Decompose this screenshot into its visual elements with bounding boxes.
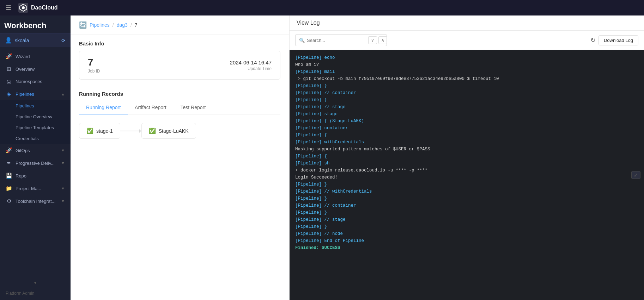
report-tabs: Running Report Artifact Report Test Repo…: [79, 101, 280, 114]
job-id-value: 7: [88, 57, 100, 68]
sidebar-nav: 🚀 Wizard ⊞ Overview 🗂 Namespaces ◈ Pipel…: [0, 47, 71, 279]
log-line: Login Succeeded!: [295, 174, 638, 181]
log-line: [Pipeline] {: [295, 132, 638, 139]
log-line: [Pipeline] withCredentials: [295, 139, 638, 146]
log-line: + docker login release.daocloud.io -u **…: [295, 167, 638, 174]
pipeline-stage-luakk[interactable]: ✅ Stage-LuAKK: [141, 123, 196, 139]
topbar: ☰ DaoCloud: [0, 0, 644, 15]
sidebar-item-label-overview: Overview: [16, 67, 35, 72]
log-line: [Pipeline] echo: [295, 54, 638, 61]
svg-point-1: [22, 6, 25, 9]
log-line: [Pipeline] mail: [295, 68, 638, 75]
breadcrumb-middle[interactable]: dag3: [117, 22, 128, 28]
log-content-wrapper: [Pipeline] echowho am i?[Pipeline] mail …: [290, 50, 644, 300]
log-line: [Pipeline] }: [295, 223, 638, 230]
search-icon: 🔍: [299, 38, 305, 43]
download-log-button[interactable]: Download Log: [599, 35, 638, 45]
tab-test-report[interactable]: Test Report: [174, 101, 213, 114]
account-left: 👤 skoala: [5, 37, 29, 44]
log-line: [Pipeline] // node: [295, 230, 638, 237]
sidebar-item-overview[interactable]: ⊞ Overview: [0, 63, 71, 75]
tab-artifact-report[interactable]: Artifact Report: [128, 101, 173, 114]
main-area: 🔄 Pipelines / dag3 / 7 Basic Info 7 Job …: [71, 15, 644, 300]
log-line: [Pipeline] // container: [295, 89, 638, 96]
search-input[interactable]: [307, 38, 366, 43]
update-time-item: 2024-06-14 16:47 Update Time: [230, 60, 272, 71]
log-line: [Pipeline] {: [295, 153, 638, 160]
log-content[interactable]: [Pipeline] echowho am i?[Pipeline] mail …: [290, 50, 644, 300]
sidebar-item-label-project: Project Ma...: [16, 186, 41, 191]
sidebar-item-project[interactable]: 📁 Project Ma... ▼: [0, 182, 71, 195]
account-refresh-icon[interactable]: ⟳: [61, 38, 66, 43]
sidebar: Workbench 👤 skoala ⟳ 🚀 Wizard ⊞ Overview…: [0, 15, 71, 300]
scroll-indicator: ▼: [0, 279, 71, 287]
sidebar-item-namespaces[interactable]: 🗂 Namespaces: [0, 75, 71, 88]
sidebar-item-gitops[interactable]: 🚀 GitOps ▼: [0, 144, 71, 157]
update-time-label: Update Time: [230, 66, 272, 71]
log-line: [Pipeline] End of Pipeline: [295, 237, 638, 244]
wizard-icon: 🚀: [6, 53, 12, 60]
log-line: [Pipeline] sh: [295, 160, 638, 167]
sidebar-item-label-toolchain: Toolchain Integrat...: [16, 199, 55, 204]
pipeline-connector: [120, 131, 141, 131]
sidebar-item-pipelines[interactable]: ◈ Pipelines ▲: [0, 88, 71, 100]
running-records-section: Running Records Running Report Artifact …: [71, 85, 289, 114]
hamburger-icon[interactable]: ☰: [6, 4, 11, 12]
platform-admin-label: Platform Admin: [0, 287, 71, 300]
log-line: [Pipeline] // container: [295, 202, 638, 209]
project-arrow-icon: ▼: [61, 186, 65, 190]
namespaces-icon: 🗂: [6, 79, 12, 85]
search-prev-button[interactable]: ∨: [368, 36, 377, 44]
pipeline-stage-1[interactable]: ✅ stage-1: [79, 123, 120, 139]
daocloud-logo-icon: [18, 3, 28, 13]
info-card: 7 Job ID 2024-06-14 16:47 Update Time: [79, 51, 280, 80]
search-next-button[interactable]: ∧: [378, 36, 387, 44]
breadcrumb-parent[interactable]: Pipelines: [90, 22, 110, 28]
sidebar-item-pipeline-overview[interactable]: Pipeline Overview: [0, 111, 71, 122]
sidebar-item-pipeline-templates[interactable]: Pipeline Templates: [0, 122, 71, 133]
job-id-label: Job ID: [88, 69, 100, 74]
sidebar-item-repo[interactable]: 💾 Repo: [0, 169, 71, 182]
log-header: View Log: [290, 15, 644, 31]
sidebar-item-label-namespaces: Namespaces: [16, 79, 42, 84]
log-toolbar: 🔍 ∨ ∧ ↻ Download Log: [290, 31, 644, 50]
search-nav: ∨ ∧: [368, 36, 387, 44]
progressive-arrow-icon: ▼: [61, 161, 65, 165]
sidebar-item-toolchain[interactable]: ⚙ Toolchain Integrat... ▼: [0, 195, 71, 207]
log-line: [Pipeline] }: [295, 82, 638, 89]
log-search-box[interactable]: 🔍 ∨ ∧: [295, 34, 387, 46]
stage-1-label: stage-1: [96, 128, 113, 134]
sidebar-item-label-pipelines: Pipelines: [16, 92, 34, 97]
log-line: [Pipeline] container: [295, 125, 638, 132]
toolchain-arrow-icon: ▼: [61, 199, 65, 203]
sidebar-item-progressive[interactable]: ✒ Progressive Deliv... ▼: [0, 157, 71, 169]
log-line: [Pipeline] // stage: [295, 104, 638, 111]
log-line: Masking supported pattern matches of $US…: [295, 146, 638, 153]
job-id-item: 7 Job ID: [88, 57, 100, 74]
sidebar-item-wizard[interactable]: 🚀 Wizard: [0, 50, 71, 63]
breadcrumb-pipelines-icon: 🔄: [79, 21, 87, 29]
sidebar-item-label-repo: Repo: [16, 173, 26, 179]
workbench-title: Workbench: [0, 15, 71, 33]
refresh-button[interactable]: ↻: [590, 36, 596, 44]
tab-running-report[interactable]: Running Report: [79, 101, 128, 114]
account-icon: 👤: [5, 37, 12, 44]
basic-info-title: Basic Info: [79, 40, 280, 46]
log-line: [Pipeline] // stage: [295, 216, 638, 223]
gitops-arrow-icon: ▼: [61, 148, 65, 152]
toolchain-icon: ⚙: [6, 198, 12, 204]
breadcrumb-current: 7: [135, 22, 138, 28]
account-switcher[interactable]: 👤 skoala ⟳: [0, 33, 71, 47]
pipelines-icon: ◈: [6, 91, 12, 97]
expand-icon[interactable]: ⤢: [631, 171, 640, 179]
log-line: Finished: SUCCESS: [295, 244, 638, 251]
logo: DaoCloud: [18, 3, 58, 13]
pipelines-arrow-icon: ▲: [61, 92, 65, 96]
sidebar-item-pipelines-sub[interactable]: Pipelines: [0, 100, 71, 111]
view-log-panel: View Log 🔍 ∨ ∧ ↻ Download Log [Pipeline]…: [289, 15, 644, 300]
log-actions: ↻ Download Log: [590, 35, 638, 45]
sidebar-item-credentials[interactable]: Credentials: [0, 133, 71, 144]
update-time-value: 2024-06-14 16:47: [230, 60, 272, 65]
pipeline-diagram: ✅ stage-1 ✅ Stage-LuAKK: [71, 114, 289, 147]
breadcrumb: 🔄 Pipelines / dag3 / 7: [71, 15, 289, 35]
